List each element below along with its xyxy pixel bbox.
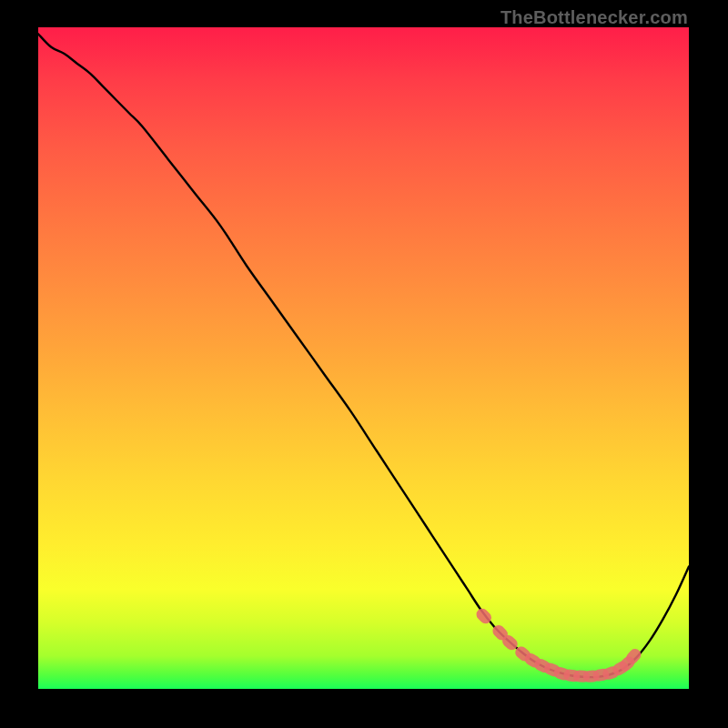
chart-gradient-background — [38, 27, 689, 689]
chart-plot-area — [38, 27, 689, 689]
attribution-text: TheBottlenecker.com — [500, 7, 688, 28]
